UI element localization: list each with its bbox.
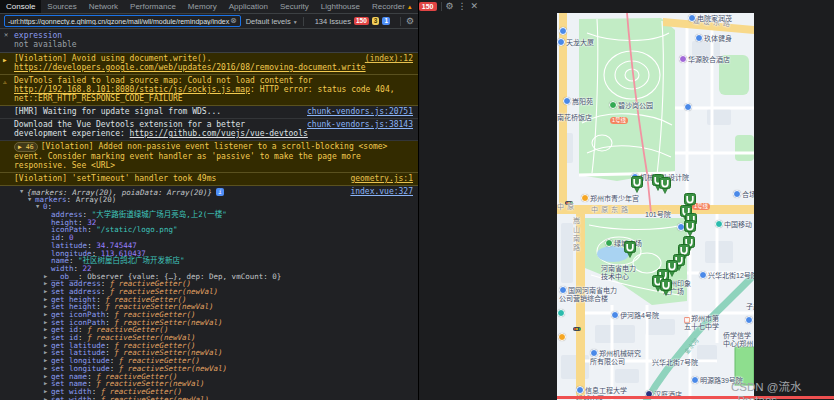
- tree-segment: set width: [51, 395, 92, 400]
- poi-icon: [679, 55, 687, 63]
- expand-arrow-icon[interactable]: ▶: [44, 396, 51, 400]
- tab-sources[interactable]: Sources: [41, 0, 82, 13]
- clear-filter-icon[interactable]: ⊗: [230, 17, 237, 25]
- map-label: 南花桥饭店: [557, 114, 592, 122]
- expand-arrow-icon[interactable]: ▶: [44, 380, 51, 388]
- tree-segment: :: [92, 395, 101, 400]
- map-marker[interactable]: [684, 220, 696, 237]
- warning-icon: ⚠: [3, 77, 7, 86]
- tab-lighthouse[interactable]: Lighthouse: [315, 0, 366, 13]
- tree-segment: ƒ reactiveSetter(newVal): [101, 395, 209, 400]
- live-expression[interactable]: ✕ expression not available: [0, 29, 418, 53]
- issues-counter[interactable]: 134 Issues 150 3 1: [315, 17, 390, 26]
- tab-security[interactable]: Security: [274, 0, 315, 13]
- map-label: 101号院: [645, 211, 671, 219]
- devtools-panel: ConsoleSourcesNetworkPerformanceMemoryAp…: [0, 0, 419, 400]
- map-label: 侨学信学中心(郑州: [723, 332, 753, 347]
- expand-arrow-icon[interactable]: ▶: [44, 334, 51, 342]
- expand-arrow-icon[interactable]: ▶: [44, 311, 51, 319]
- map-marker[interactable]: [631, 176, 643, 193]
- expand-arrow-icon[interactable]: ▶: [44, 342, 51, 350]
- map-marker[interactable]: [660, 279, 672, 296]
- tab-network[interactable]: Network: [83, 0, 124, 13]
- tree-segment: :: [67, 195, 76, 204]
- message-text: [HMR] Waiting for update signal from WDS…: [14, 107, 221, 116]
- expand-arrow-icon[interactable]: ▼: [36, 203, 43, 211]
- metro-station-icon: M: [684, 317, 690, 323]
- filter-input[interactable]: [8, 18, 230, 25]
- console-settings-gear-icon[interactable]: ⚙: [406, 15, 414, 28]
- expand-arrow-icon[interactable]: ▶: [44, 273, 51, 281]
- poi-icon: [581, 194, 589, 202]
- console-message: geometry.js:1[Violation] 'setTimeout' ha…: [0, 173, 418, 186]
- expand-arrow-icon[interactable]: ▶: [44, 296, 51, 304]
- map-label: 郑州市青少年宫: [581, 194, 639, 203]
- map-label: 兴华北街7号院: [652, 359, 698, 367]
- traffic-light-icon: [573, 327, 581, 331]
- log-levels-dropdown[interactable]: Default levels ▼: [246, 17, 298, 26]
- expression-label: expression: [14, 31, 414, 40]
- expand-arrow-icon[interactable]: ▼: [28, 196, 35, 204]
- expand-arrow-icon[interactable]: ▼: [20, 188, 27, 196]
- issues-error-badge: 150: [354, 17, 369, 25]
- expand-arrow-icon[interactable]: ▶: [44, 319, 51, 327]
- message-text: DevTools failed to load source map: Coul…: [14, 76, 395, 103]
- divider: [303, 17, 304, 26]
- expand-arrow-icon[interactable]: ▶: [44, 303, 51, 311]
- poi-icon: [559, 286, 567, 294]
- expand-arrow-icon[interactable]: ▶: [3, 55, 7, 64]
- expand-arrow-icon[interactable]: ▶: [44, 357, 51, 365]
- kebab-menu-icon[interactable]: ⋮: [458, 0, 467, 13]
- tree-line: ▼markers: Array(20): [14, 196, 413, 204]
- poi-icon: [558, 333, 566, 341]
- expand-arrow-icon[interactable]: ▶: [44, 365, 51, 373]
- map-label: 中原东路: [591, 206, 631, 214]
- poi-icon: [609, 101, 617, 109]
- source-link[interactable]: chunk-vendors.js:38143: [307, 120, 413, 129]
- console-message: chunk-vendors.js:38143Download the Vue D…: [0, 119, 418, 141]
- tab-application[interactable]: Application: [223, 0, 274, 13]
- map-label: 国网河南省电力公司营销综合楼: [559, 286, 617, 302]
- poi-icon: [695, 34, 703, 42]
- map-label: 电院家润茂: [688, 14, 732, 23]
- expand-arrow-icon[interactable]: ▶: [44, 349, 51, 357]
- map-label: 伊河路4号院: [611, 311, 659, 320]
- map-viewport[interactable]: 建设东路电院家润茂玖体健身华源胶合酒店天龙大厦嵩阳苑南花桥饭店碧沙岗公园1号线郑…: [557, 13, 754, 400]
- console-message: chunk-vendors.js:20751[HMR] Waiting for …: [0, 106, 418, 119]
- source-link[interactable]: geometry.js:1: [350, 174, 413, 183]
- poi-icon: [733, 190, 741, 198]
- tab-console[interactable]: Console: [0, 0, 41, 13]
- tabbar-right-controls: 150 ⚙ ⋮ ✕: [419, 0, 482, 13]
- green-patch: [735, 135, 754, 161]
- close-icon[interactable]: ✕: [471, 0, 479, 13]
- expand-arrow-icon[interactable]: ▶: [44, 326, 51, 334]
- console-filter-box: ⊗: [4, 15, 241, 27]
- console-messages: ▶(index):12[Violation] Avoid using docum…: [0, 53, 418, 400]
- remove-expression-icon[interactable]: ✕: [4, 31, 8, 39]
- object-tree: ▼{markers: Array(20), poiaData: Array(20…: [14, 188, 413, 400]
- tab-list: ConsoleSourcesNetworkPerformanceMemoryAp…: [0, 0, 419, 13]
- map-label: M郑州市第五十七中学: [684, 315, 719, 331]
- settings-gear-icon[interactable]: ⚙: [446, 0, 454, 13]
- tab-performance[interactable]: Performance: [124, 0, 182, 13]
- source-link[interactable]: chunk-vendors.js:20751: [307, 107, 413, 116]
- map-marker[interactable]: [624, 241, 636, 258]
- tab-memory[interactable]: Memory: [182, 0, 223, 13]
- map-marker[interactable]: [659, 177, 671, 194]
- tree-segment: Array(20): [76, 195, 117, 204]
- poi-icon: [684, 103, 692, 111]
- console-toolbar: ⊗ Default levels ▼ 134 Issues 150 3 1 ⚙: [0, 14, 418, 29]
- expand-arrow-icon[interactable]: ▶: [44, 280, 51, 288]
- violation-count-badge: ▶ 46: [14, 142, 38, 152]
- expand-arrow-icon[interactable]: ▶: [44, 388, 51, 396]
- tab-recorder[interactable]: Recorder▲: [366, 0, 419, 13]
- error-count-badge[interactable]: 150: [419, 2, 437, 11]
- expand-arrow-icon[interactable]: ▶: [44, 373, 51, 381]
- tree-segment: :: [87, 225, 96, 234]
- source-link[interactable]: (index):12: [365, 54, 413, 63]
- screenshot-root: { "icons": { "expand": "▶", "collapse": …: [0, 0, 834, 400]
- tree-segment: "/static/logo.png": [96, 225, 177, 234]
- csdn-watermark: CSDN @流水_Protaos: [731, 378, 834, 400]
- expand-arrow-icon[interactable]: ▶: [44, 288, 51, 296]
- map-label: 兴华北街12号院: [699, 271, 754, 280]
